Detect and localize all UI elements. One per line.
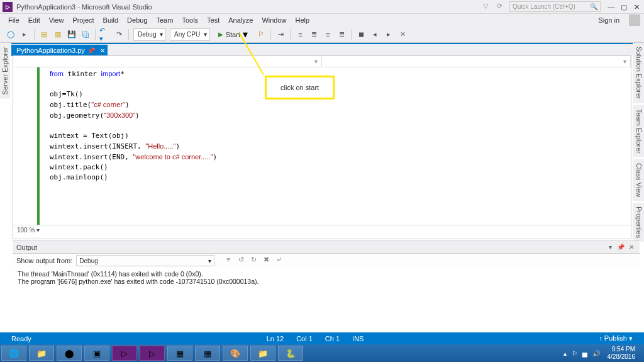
taskbar-app3-icon[interactable]: ▦ [195, 346, 220, 361]
platform-select[interactable]: Any CPU ▾ [170, 28, 210, 41]
taskbar-vs2-icon[interactable]: ▷ [140, 346, 165, 361]
status-ready: Ready [5, 335, 38, 342]
pin-panel-icon[interactable]: 📌 [616, 244, 625, 251]
new-project-icon[interactable]: ▤ [38, 29, 50, 40]
undo-icon[interactable]: ↶ ▾ [99, 29, 111, 40]
team-explorer-tab[interactable]: Team Explorer [633, 105, 644, 157]
feedback-icon[interactable]: ⟳ [494, 2, 504, 12]
dropdown-icon[interactable]: ▾ [606, 244, 614, 251]
out-clear-icon[interactable]: ✖ [261, 256, 271, 266]
close-button[interactable]: ✕ [631, 2, 641, 12]
menu-window[interactable]: Window [257, 16, 291, 24]
maximize-button[interactable]: ▢ [619, 2, 629, 12]
play-icon: ▶ [218, 31, 223, 38]
save-icon[interactable]: 💾 [66, 29, 77, 40]
out-ico3[interactable]: ↻ [248, 256, 258, 266]
pin-icon[interactable]: 📌 [87, 47, 95, 54]
close-panel-icon[interactable]: ✕ [627, 244, 636, 251]
class-view-tab[interactable]: Class View [633, 159, 644, 201]
prev-bm-icon[interactable]: ◂ [369, 29, 380, 40]
notify-icon[interactable]: ▽ [480, 2, 491, 12]
properties-tab[interactable]: Properties [633, 203, 644, 242]
status-col: Col 1 [290, 335, 319, 342]
menu-file[interactable]: File [4, 16, 24, 24]
start-button[interactable]: ▶ Start ▾ [214, 28, 253, 41]
taskbar-chrome-icon[interactable]: ⬤ [57, 346, 82, 361]
menu-project[interactable]: Project [68, 16, 98, 24]
close-tab-icon[interactable]: ✕ [100, 47, 105, 54]
document-tabs: PythonApplication3.py 📌 ✕ [11, 43, 633, 55]
taskbar-app-icon[interactable]: ▣ [84, 346, 109, 361]
taskbar-explorer2-icon[interactable]: 📁 [250, 346, 275, 361]
windows-taskbar: 🌐 📁 ⬤ ▣ ▷ ▷ ▦ ▦ 🎨 📁 🐍 ▴ ⚐ ▅ 🔊 9:54 PM 4/… [0, 344, 644, 362]
menubar: File Edit View Project Build Debug Team … [0, 14, 644, 26]
menu-test[interactable]: Test [203, 16, 224, 24]
tray-net-icon: ▅ [580, 350, 590, 357]
window-title: PythonApplication3 - Microsoft Visual St… [16, 3, 152, 11]
toolbar: ◯ ▸ ▤ ▥ 💾 ⿻ ↶ ▾ ↷ Debug ▾ Any CPU ▾ ▶ St… [0, 26, 644, 43]
signin-link[interactable]: Sign in [594, 16, 624, 24]
status-ch: Ch 1 [319, 335, 346, 342]
taskbar-ie-icon[interactable]: 🌐 [1, 346, 26, 361]
menu-team[interactable]: Team [152, 16, 178, 24]
active-file-tab[interactable]: PythonApplication3.py 📌 ✕ [11, 45, 108, 56]
uncomment-icon[interactable]: ≣ [336, 29, 347, 40]
status-ins: INS [346, 335, 370, 342]
tray-vol-icon: 🔊 [590, 350, 602, 357]
out-ico2[interactable]: ↺ [236, 256, 246, 266]
status-bar: Ready Ln 12 Col 1 Ch 1 INS ↑ Publish ▾ [0, 332, 644, 344]
taskbar-paint-icon[interactable]: 🎨 [223, 346, 248, 361]
tray-flag-icon: ⚐ [569, 350, 580, 357]
bookmark-icon[interactable]: ◼ [355, 29, 367, 40]
save-all-icon[interactable]: ⿻ [80, 29, 91, 40]
quick-launch-input[interactable]: Quick Launch (Ctrl+Q)🔍 [509, 1, 601, 12]
server-explorer-tab[interactable]: Server Explorer [0, 43, 10, 98]
output-title: Output [16, 244, 37, 251]
output-source-select[interactable]: Debug▾ [76, 255, 214, 266]
member-selector[interactable]: ▾ [322, 56, 631, 67]
taskbar-explorer-icon[interactable]: 📁 [29, 346, 54, 361]
outdent-icon[interactable]: ≣ [308, 29, 319, 40]
annotation-callout: click on start [265, 76, 335, 99]
clock: 9:54 PM 4/28/2016 [602, 346, 641, 361]
indent-icon[interactable]: ≡ [294, 29, 306, 40]
system-tray[interactable]: ▴ ⚐ ▅ 🔊 9:54 PM 4/28/2016 [561, 346, 645, 361]
menu-analyze[interactable]: Analyze [224, 16, 257, 24]
out-ico1[interactable]: ≡ [223, 256, 233, 266]
fwd-nav-icon[interactable]: ▸ [19, 29, 30, 40]
out-wrap-icon[interactable]: ⤶ [274, 256, 284, 266]
code-text[interactable]: from tkinter import* obj=Tk() obj.title(… [40, 67, 227, 225]
show-output-label: Show output from: [16, 257, 72, 264]
menu-edit[interactable]: Edit [24, 16, 45, 24]
output-text[interactable]: The thread 'MainThread' (0x1114) has exi… [13, 268, 640, 288]
publish-button[interactable]: ↑ Publish ▾ [592, 334, 639, 342]
taskbar-python-icon[interactable]: 🐍 [278, 346, 303, 361]
menu-help[interactable]: Help [291, 16, 314, 24]
breakpoint-icon[interactable]: ⚐ [255, 29, 267, 40]
output-panel: Output ▾ 📌 ✕ Show output from: Debug▾ ≡ … [13, 240, 640, 332]
titlebar: ▷ PythonApplication3 - Microsoft Visual … [0, 0, 644, 14]
user-icon[interactable] [629, 14, 640, 26]
taskbar-vs-icon[interactable]: ▷ [112, 346, 137, 361]
next-bm-icon[interactable]: ▸ [383, 29, 394, 40]
solution-explorer-tab[interactable]: Solution Explorer [633, 43, 644, 103]
menu-debug[interactable]: Debug [123, 16, 152, 24]
taskbar-app2-icon[interactable]: ▦ [167, 346, 192, 361]
open-icon[interactable]: ▥ [52, 29, 64, 40]
clear-bm-icon[interactable]: ⨯ [397, 29, 408, 40]
minimize-button[interactable]: — [606, 2, 616, 12]
back-nav-icon[interactable]: ◯ [5, 29, 16, 40]
menu-view[interactable]: View [45, 16, 69, 24]
tray-up-icon: ▴ [561, 350, 569, 357]
redo-icon[interactable]: ↷ [113, 29, 125, 40]
scope-selector[interactable]: ▾ [13, 56, 322, 67]
status-line: Ln 12 [260, 335, 291, 342]
step-icon[interactable]: ⇥ [275, 29, 286, 40]
comment-icon[interactable]: ≡ [322, 29, 333, 40]
vs-logo-icon: ▷ [3, 2, 13, 12]
menu-tools[interactable]: Tools [177, 16, 203, 24]
config-select[interactable]: Debug ▾ [133, 28, 166, 41]
menu-build[interactable]: Build [99, 16, 123, 24]
zoom-level[interactable]: 100 % ▾ [13, 225, 631, 235]
